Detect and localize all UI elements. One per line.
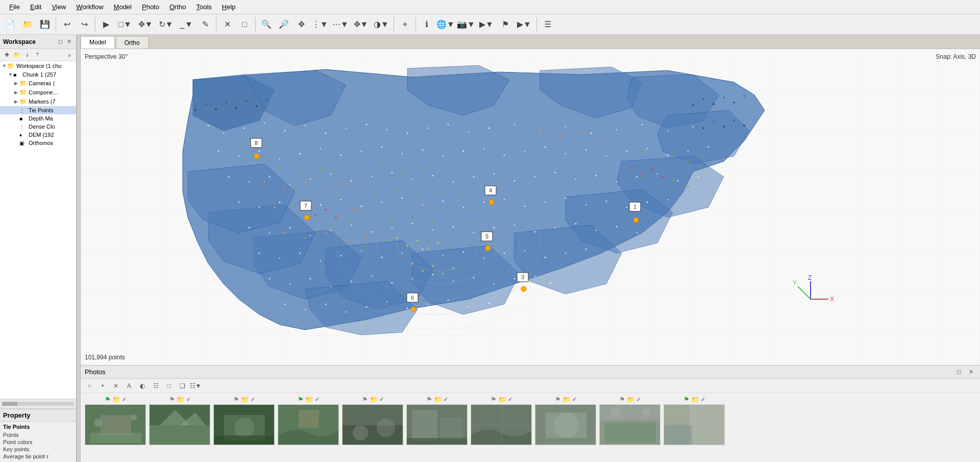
- tree-cameras[interactable]: ▶ 📁 Cameras (: [0, 79, 76, 88]
- svg-rect-321: [299, 410, 319, 428]
- photos-dot-btn[interactable]: •: [97, 380, 108, 392]
- menu-model[interactable]: Model: [109, 2, 137, 12]
- svg-point-19: [243, 128, 245, 129]
- tree-tie-points[interactable]: ⋮ Tie Points: [0, 106, 76, 114]
- svg-point-233: [365, 234, 368, 236]
- menu-view[interactable]: View: [46, 2, 71, 12]
- tab-model[interactable]: Model: [81, 36, 115, 48]
- info-button[interactable]: ℹ: [419, 17, 435, 32]
- svg-point-128: [575, 223, 577, 225]
- export-button[interactable]: ▶▼: [514, 17, 534, 32]
- flag-button[interactable]: ⚑: [497, 17, 513, 32]
- zoom-out-button[interactable]: 🔎: [276, 17, 292, 32]
- tree-markers[interactable]: ▶ 📁 Markers (7: [0, 97, 76, 106]
- shading-mode[interactable]: ◑▼: [372, 17, 391, 32]
- ws-import-btn[interactable]: ⇣: [22, 51, 32, 60]
- transform-tool[interactable]: ✥▼: [136, 17, 155, 32]
- photo-item-10: ⚑ 📁 ✓: [664, 395, 725, 445]
- svg-text:X: X: [830, 296, 834, 303]
- photo-thumb-8[interactable]: [535, 404, 596, 445]
- scroll-thumb[interactable]: [2, 402, 17, 406]
- crop-button[interactable]: □: [236, 17, 253, 32]
- display-mode[interactable]: ⋯▼: [331, 17, 350, 32]
- svg-point-101: [463, 207, 464, 208]
- new-button[interactable]: 📄: [2, 17, 18, 32]
- tree-dem[interactable]: ♦ DEM (192: [0, 131, 76, 139]
- photo-thumb-2[interactable]: [149, 404, 210, 445]
- photo-thumb-10[interactable]: [664, 404, 725, 445]
- open-button[interactable]: 📁: [19, 17, 36, 32]
- draw-tool[interactable]: ✎: [197, 17, 213, 32]
- svg-point-80: [534, 176, 535, 177]
- ws-add-btn[interactable]: ✚: [2, 51, 11, 60]
- menu-workflow[interactable]: Workflow: [71, 2, 108, 12]
- undock-icon[interactable]: ◻: [57, 38, 64, 45]
- view-mode[interactable]: ⋮▼: [310, 17, 330, 32]
- photo-thumb-6[interactable]: [406, 404, 468, 445]
- undo-button[interactable]: ↩: [59, 17, 75, 32]
- more-button[interactable]: ☰: [540, 17, 556, 32]
- tree-components[interactable]: ▶ 📁 Compone...: [0, 88, 76, 97]
- photo-thumb-5[interactable]: [342, 404, 403, 445]
- camera-button[interactable]: 📷▼: [456, 17, 476, 32]
- photo-thumb-9[interactable]: [599, 404, 660, 445]
- ws-expand-btn[interactable]: »: [65, 51, 74, 60]
- ws-folder-btn[interactable]: 📁: [12, 51, 21, 60]
- photos-frame-btn[interactable]: □: [163, 380, 175, 392]
- photo-thumb-7[interactable]: [471, 404, 532, 445]
- tree-dense-cloud[interactable]: ⋮ Dense Clo: [0, 123, 76, 131]
- selection-tool[interactable]: □▼: [115, 17, 135, 32]
- zoom-fit-button[interactable]: ✥: [293, 17, 309, 32]
- tree-depth-maps[interactable]: ■ Depth Ma: [0, 114, 76, 123]
- scroll-area[interactable]: [0, 399, 76, 409]
- globe-button[interactable]: 🌐▼: [436, 17, 455, 32]
- photo-thumb-3[interactable]: [213, 404, 275, 445]
- measure-tool[interactable]: ⎯▼: [177, 17, 196, 32]
- tree-orthomosaic[interactable]: ▣ Orthomos: [0, 139, 76, 147]
- photo-5-flag: ⚑: [362, 396, 368, 403]
- rotate-tool[interactable]: ↻▼: [156, 17, 176, 32]
- target-button[interactable]: ▶▼: [477, 17, 496, 32]
- photos-circle-btn[interactable]: ○: [84, 380, 95, 392]
- photos-a-btn[interactable]: A: [124, 380, 135, 392]
- tree-chunk1[interactable]: ▼ ■ Chunk 1 (257: [0, 70, 76, 79]
- photos-group-btn[interactable]: ☷: [150, 380, 161, 392]
- delete-button[interactable]: ✕: [219, 17, 235, 32]
- menu-tools[interactable]: Tools: [191, 2, 217, 12]
- photo-9-icons: ⚑ 📁 ✓: [619, 395, 641, 403]
- svg-point-232: [345, 239, 347, 241]
- photos-close-btn[interactable]: ✕: [966, 367, 976, 377]
- svg-point-85: [636, 176, 638, 178]
- save-button[interactable]: 💾: [37, 17, 53, 32]
- menu-photo[interactable]: Photo: [137, 2, 164, 12]
- resize-handle[interactable]: [77, 35, 81, 462]
- photo-thumb-1[interactable]: [85, 404, 146, 445]
- redo-button[interactable]: ↪: [76, 17, 92, 32]
- scroll-track[interactable]: [2, 402, 74, 406]
- select-button[interactable]: ▶: [98, 17, 114, 32]
- ws-export-btn[interactable]: ⇡: [33, 51, 42, 60]
- left-panel: Workspace ◻ ✕ ✚ 📁 ⇣ ⇡ » ▼ 📁 Workspace (1…: [0, 35, 77, 462]
- svg-point-147: [565, 253, 566, 254]
- svg-point-195: [371, 214, 373, 216]
- orthomosaic-label: Orthomos: [29, 140, 53, 146]
- photos-b-btn[interactable]: ◐: [137, 380, 148, 392]
- photos-x-btn[interactable]: ✕: [110, 380, 121, 392]
- close-icon[interactable]: ✕: [65, 38, 73, 45]
- menu-file[interactable]: File: [4, 2, 25, 12]
- filter-button[interactable]: ⌖: [397, 17, 413, 32]
- zoom-in-button[interactable]: 🔍: [258, 17, 275, 32]
- menu-ortho[interactable]: Ortho: [164, 2, 191, 12]
- photos-expand-btn[interactable]: ◻: [953, 367, 964, 377]
- photos-layer-btn[interactable]: ❏: [177, 380, 188, 392]
- menu-help[interactable]: Help: [217, 2, 241, 12]
- tab-ortho[interactable]: Ortho: [116, 36, 149, 48]
- nav-mode[interactable]: ✥▼: [351, 17, 371, 32]
- photos-grid-btn[interactable]: ☷▼: [190, 380, 201, 392]
- svg-point-52: [463, 151, 464, 152]
- photos-toolbar: ○ • ✕ A ◐ ☷ □ ❏ ☷▼: [81, 379, 980, 393]
- tree-workspace[interactable]: ▼ 📁 Workspace (1 chu: [0, 61, 76, 70]
- photo-thumb-4[interactable]: [278, 404, 339, 445]
- menu-edit[interactable]: Edit: [25, 2, 46, 12]
- viewport[interactable]: 8 7 4 5 3: [81, 49, 980, 365]
